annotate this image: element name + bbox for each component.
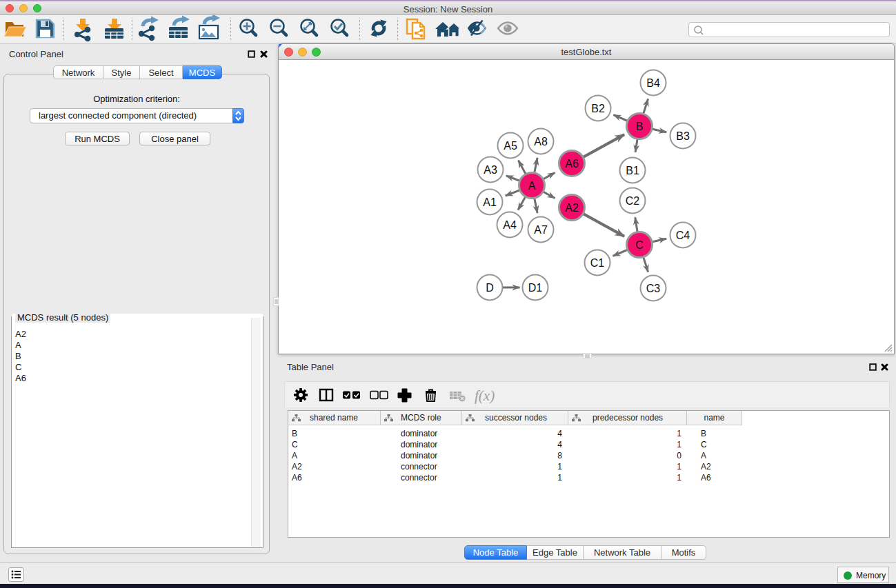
svg-text:C3: C3 (646, 283, 661, 294)
svg-text:C1: C1 (590, 257, 605, 269)
svg-text:A2: A2 (565, 202, 579, 214)
svg-text:A7: A7 (534, 224, 548, 236)
svg-text:A: A (528, 180, 536, 192)
svg-text:A6: A6 (565, 158, 579, 170)
svg-text:B2: B2 (591, 103, 605, 114)
svg-text:f(x): f(x) (475, 387, 495, 404)
svg-text:C2: C2 (626, 195, 640, 207)
svg-text:A3: A3 (484, 164, 497, 176)
svg-text:B: B (636, 121, 644, 132)
svg-text:B3: B3 (676, 130, 690, 142)
svg-text:C4: C4 (676, 230, 690, 241)
svg-text:A5: A5 (504, 140, 517, 152)
svg-text:A4: A4 (503, 219, 517, 231)
svg-text:C: C (635, 239, 644, 251)
svg-text:D1: D1 (528, 282, 543, 294)
svg-text:D: D (486, 282, 494, 294)
svg-text:B1: B1 (626, 165, 639, 176)
svg-text:A8: A8 (534, 136, 548, 148)
svg-text:B4: B4 (646, 77, 660, 89)
svg-text:A1: A1 (483, 196, 497, 208)
